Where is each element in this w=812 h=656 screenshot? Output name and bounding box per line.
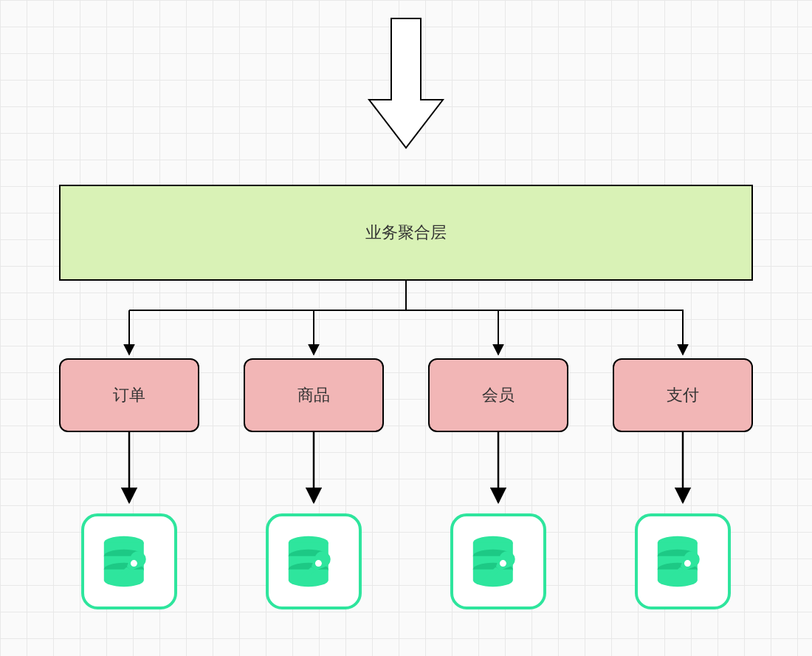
entry-arrow-icon bbox=[362, 18, 450, 185]
service-label: 支付 bbox=[667, 384, 699, 406]
database-wrench-icon bbox=[650, 528, 716, 595]
service-box-order: 订单 bbox=[59, 358, 199, 432]
database-wrench-icon bbox=[281, 528, 347, 595]
service-label: 商品 bbox=[297, 384, 330, 406]
aggregation-layer-box: 业务聚合层 bbox=[59, 185, 753, 281]
database-member bbox=[450, 513, 546, 609]
service-label: 订单 bbox=[113, 384, 145, 406]
service-box-member: 会员 bbox=[428, 358, 568, 432]
service-box-product: 商品 bbox=[244, 358, 384, 432]
database-order bbox=[81, 513, 177, 609]
branch-connector bbox=[0, 281, 812, 369]
database-product bbox=[266, 513, 362, 609]
database-payment bbox=[635, 513, 731, 609]
database-wrench-icon bbox=[96, 528, 162, 595]
service-label: 会员 bbox=[482, 384, 515, 406]
service-box-payment: 支付 bbox=[613, 358, 753, 432]
service-to-db-connectors bbox=[0, 432, 812, 513]
database-wrench-icon bbox=[465, 528, 531, 595]
aggregation-layer-label: 业务聚合层 bbox=[365, 222, 447, 244]
